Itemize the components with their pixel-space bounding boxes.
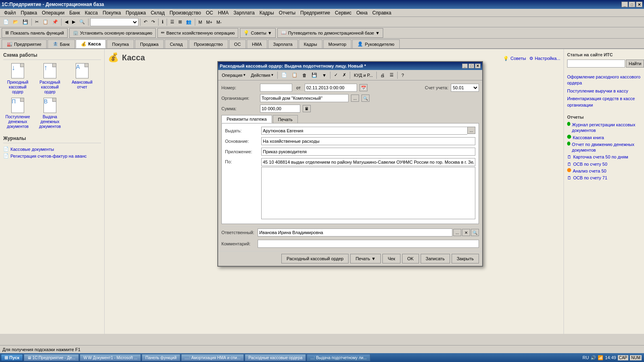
operation-dropdown[interactable]: Операция ▼: [220, 71, 248, 80]
postupl-icon-item[interactable]: П Поступление денежных документов: [3, 98, 32, 129]
guide-button[interactable]: 📖 Путеводитель по демонстрационной базе …: [277, 28, 384, 38]
unpost-btn[interactable]: ✗: [341, 71, 348, 80]
enter-operation-button[interactable]: ✏ Ввести хозяйственную операцию: [157, 28, 238, 38]
osnov-input[interactable]: [261, 137, 475, 145]
task-amort[interactable]: ....: Амортизация НМА и спи...: [181, 354, 244, 361]
users-button[interactable]: 👥: [184, 18, 193, 27]
calc-button[interactable]: 🖩: [303, 105, 311, 112]
report-link-2[interactable]: Кассовая книга: [567, 135, 641, 140]
task-panel[interactable]: Панель функций: [142, 354, 180, 361]
its-link-3[interactable]: Инвентаризация средств в кассе организац…: [567, 96, 641, 108]
menu-help[interactable]: Справка: [370, 9, 394, 16]
po-textarea[interactable]: [261, 167, 475, 219]
resp-input[interactable]: [258, 228, 452, 237]
dialog-maximize[interactable]: □: [469, 64, 474, 68]
new-doc-button[interactable]: 📄: [2, 18, 10, 27]
print-form-btn[interactable]: 🖨: [378, 71, 387, 80]
actions-dropdown[interactable]: Действия ▼: [249, 71, 276, 80]
mplus-button[interactable]: M+: [204, 18, 214, 27]
save-button[interactable]: 💾: [21, 18, 30, 27]
menu-purchase[interactable]: Покупка: [100, 9, 123, 16]
menu-enterprise[interactable]: Предприятие: [298, 9, 332, 16]
ok-button[interactable]: OK: [402, 254, 419, 263]
org-input[interactable]: [260, 94, 349, 102]
menu-windows[interactable]: Окна: [354, 9, 370, 16]
report-link-1[interactable]: Журнал регистрации кассовых документов: [567, 122, 641, 134]
print-list-btn[interactable]: ☰: [388, 71, 396, 80]
tab-warehouse[interactable]: Склад: [165, 39, 188, 48]
dialog-close[interactable]: ✕: [475, 64, 481, 68]
tab-enterprise[interactable]: 🏭 Предприятие: [2, 39, 47, 48]
menu-production[interactable]: Производство: [167, 9, 203, 16]
vydaty-dots-button[interactable]: ...: [467, 127, 475, 134]
dropdown2-btn[interactable]: ▼: [320, 71, 328, 80]
show-panel-button[interactable]: ⊞ Показать панель функций: [2, 28, 68, 38]
menu-kassa[interactable]: Касса: [83, 9, 100, 16]
tab-purchase[interactable]: Покупка: [107, 39, 134, 48]
print-dropdown-button[interactable]: Печать ▼: [350, 254, 381, 263]
task-rashodny[interactable]: Расходные кассовые ордера: [245, 354, 306, 361]
tab-nma[interactable]: НМА: [247, 39, 267, 48]
menu-service[interactable]: Сервис: [332, 9, 354, 16]
avans-icon-item[interactable]: А Авансовый отчет: [68, 63, 97, 95]
rashodny-order-button[interactable]: Расходный кассовый ордер: [281, 254, 349, 263]
tab-requisites[interactable]: Реквизиты платежа: [221, 115, 272, 123]
paste-button[interactable]: 📌: [51, 18, 60, 27]
menu-warehouse[interactable]: Склад: [148, 9, 167, 16]
tab-print[interactable]: Печать: [273, 115, 298, 123]
check-button[interactable]: Чек: [382, 254, 400, 263]
tips-button[interactable]: 💡 Советы ▼: [240, 28, 275, 38]
tab-hr[interactable]: Кадры: [299, 39, 322, 48]
tab-kassa[interactable]: 💰 Касса: [76, 39, 106, 48]
org-search-button[interactable]: 🔍: [361, 95, 369, 102]
tab-production[interactable]: Производство: [189, 39, 228, 48]
set-org-button[interactable]: 🏢 Установить основную организацию: [69, 28, 156, 38]
comment-input[interactable]: [258, 240, 479, 248]
tab-monitor[interactable]: Монитор: [323, 39, 352, 48]
grid-button[interactable]: ⊞: [177, 18, 184, 27]
prilozhenie-input[interactable]: [261, 148, 475, 156]
prihodny-icon-item[interactable]: ↓ Приходный кассовый ордер: [3, 63, 32, 95]
zakryt-button[interactable]: Закрыть: [452, 254, 479, 263]
maximize-button[interactable]: □: [629, 2, 635, 7]
find-button[interactable]: 🔍: [78, 18, 87, 27]
zapisat-button[interactable]: Записать: [421, 254, 450, 263]
new-doc-toolbar-btn[interactable]: 📄: [279, 71, 289, 80]
menu-sales[interactable]: Продажа: [123, 9, 148, 16]
mminus-button[interactable]: M-: [215, 18, 223, 27]
calendar-button[interactable]: 📅: [359, 84, 367, 91]
its-search-input[interactable]: [567, 60, 625, 68]
date-input[interactable]: [305, 84, 357, 92]
minimize-button[interactable]: _: [621, 2, 628, 7]
its-link-2[interactable]: Поступление выручки в кассу: [567, 88, 641, 94]
view-button[interactable]: ☰: [169, 18, 176, 27]
tab-salary[interactable]: Зарплата: [268, 39, 298, 48]
back-button[interactable]: ◀: [63, 18, 70, 27]
menu-hr[interactable]: Кадры: [257, 9, 277, 16]
info-button[interactable]: ℹ: [160, 18, 165, 27]
post-btn[interactable]: ✓: [332, 71, 340, 80]
open-button[interactable]: 📂: [11, 18, 20, 27]
m-button[interactable]: M: [197, 18, 204, 27]
help-btn[interactable]: ?: [399, 71, 406, 80]
kud-btn[interactable]: КУД и Р...: [352, 71, 375, 80]
tab-sales[interactable]: Продажа: [135, 39, 164, 48]
report-link-4[interactable]: 🗒 Карточка счета 50 по дням: [567, 154, 641, 160]
menu-os[interactable]: ОС: [203, 9, 215, 16]
sum-input[interactable]: [260, 105, 300, 113]
account-select[interactable]: 50.01: [451, 84, 479, 92]
toolbar-combo[interactable]: [90, 18, 138, 26]
config-link[interactable]: ⚙ Настройка...: [529, 56, 560, 61]
kass-docs-link[interactable]: 📄 Кассовые документы: [3, 146, 101, 152]
forward-button[interactable]: ▶: [70, 18, 77, 27]
task-word[interactable]: W W Документ1 - Microsoft ...: [80, 354, 141, 361]
report-link-7[interactable]: 🗒 ОСВ по счету 71: [567, 175, 641, 181]
vydacha-icon-item[interactable]: В Выдача денежных документов: [35, 98, 64, 129]
org-dots-button[interactable]: ...: [351, 95, 359, 102]
reg-schet-link[interactable]: 📄 Регистрация счетов-фактур на аванс: [3, 153, 101, 158]
rashodny-icon-item[interactable]: ↑ Расходный кассовый ордер: [35, 63, 64, 95]
delete-doc-btn[interactable]: 🗑: [300, 71, 309, 80]
menu-nma[interactable]: НМА: [215, 9, 231, 16]
its-link-1[interactable]: Оформление расходного кассового ордера: [567, 74, 641, 86]
menu-operations[interactable]: Операции: [39, 9, 67, 16]
